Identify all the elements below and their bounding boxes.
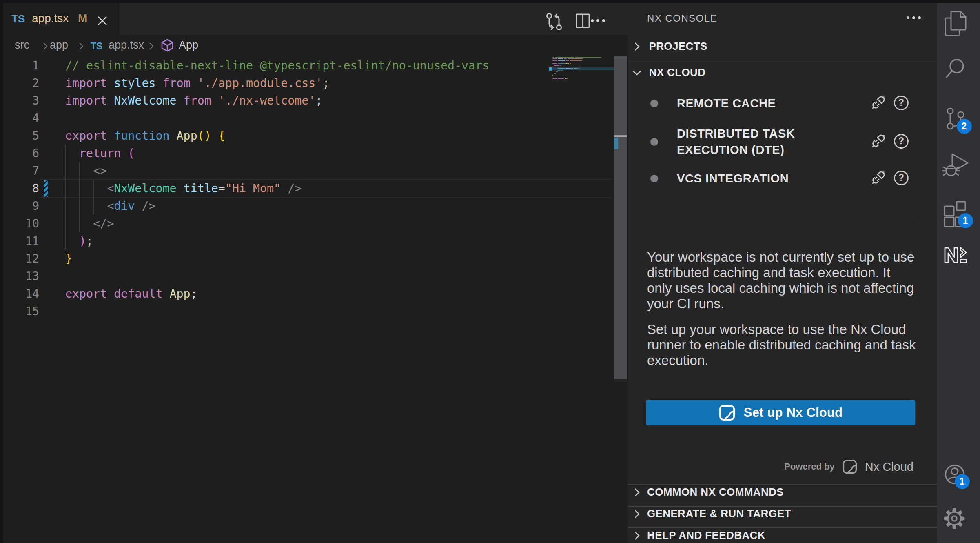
line-number: 10 <box>3 215 39 232</box>
tab-modified-badge: M <box>78 12 87 25</box>
code-token: title <box>177 182 218 195</box>
nx-console-activity-item[interactable] <box>943 246 968 271</box>
section-generate-run-target[interactable]: GENERATE & RUN TARGET <box>632 507 791 520</box>
line-number: 5 <box>3 127 39 145</box>
code-token: "Hi Mom" <box>225 182 281 195</box>
section-common-nx-commands[interactable]: COMMON NX COMMANDS <box>632 486 784 498</box>
section-label: PROJECTS <box>649 40 707 52</box>
code-token: './app.module.css' <box>197 76 323 90</box>
overview-ruler-modified-marker <box>614 138 618 149</box>
code-editor[interactable]: 1// eslint-disable-next-line @typescript… <box>3 56 628 543</box>
code-token: < <box>65 182 114 195</box>
code-token: = <box>218 182 225 195</box>
minimap-line-bar <box>555 57 574 58</box>
code-line-4: 4 <box>3 109 550 127</box>
question-icon[interactable]: ? <box>893 170 909 186</box>
open-changes-icon[interactable] <box>545 12 563 31</box>
code-line-14: 14export default App; <box>3 285 550 303</box>
code-token: /> <box>135 199 155 213</box>
minimap-line-bar <box>552 57 554 58</box>
breadcrumb-symbol[interactable]: App <box>179 39 198 51</box>
code-token <box>191 76 197 90</box>
code-text: <> <box>65 162 107 180</box>
code-token: App <box>163 287 191 300</box>
symbol-class-icon <box>160 38 175 53</box>
minimap-line-bar <box>575 57 601 58</box>
code-token: export <box>65 129 107 142</box>
svg-text:?: ? <box>898 97 904 108</box>
panel-more-actions-icon[interactable] <box>907 16 921 19</box>
question-icon[interactable]: ? <box>893 133 909 149</box>
line-number: 8 <box>3 180 39 197</box>
minimap-line-bar <box>566 60 569 61</box>
chevron-right-icon <box>147 42 156 51</box>
search-icon <box>943 56 968 80</box>
code-token: NxWelcome <box>107 94 176 107</box>
code-token: () <box>197 129 211 142</box>
code-token: ; <box>86 234 93 248</box>
breadcrumb-src[interactable]: src <box>15 39 29 51</box>
chevron-down-icon <box>632 67 642 78</box>
powered-by-brand: Nx Cloud <box>865 460 913 474</box>
code-token: from <box>155 76 190 90</box>
minimap-current-line-band <box>551 67 616 70</box>
minimap-line-bar <box>564 58 567 60</box>
feature-bullet <box>650 100 658 107</box>
section-nx-cloud[interactable]: NX CLOUD <box>632 66 705 79</box>
run-and-debug-activity-item[interactable] <box>941 151 969 179</box>
minimap-line-bar <box>552 78 557 79</box>
settings-gear-activity-item[interactable] <box>942 506 967 531</box>
line-number: 2 <box>3 74 39 92</box>
line-number: 14 <box>3 285 39 303</box>
minimap-line-bar <box>581 60 582 61</box>
section-projects[interactable]: PROJECTS <box>632 40 707 53</box>
minimap-line-bar <box>560 65 561 66</box>
vscode-window: TS app.tsx M src <box>0 0 980 543</box>
code-line-7: 7 <> <box>3 162 550 180</box>
close-icon[interactable] <box>97 16 108 26</box>
feature-bullet <box>650 138 658 146</box>
connect-icon[interactable] <box>869 131 888 150</box>
minimap-line-bar <box>552 60 557 61</box>
code-token: <> <box>65 164 107 178</box>
section-label: GENERATE & RUN TARGET <box>647 507 791 520</box>
chevron-right-icon <box>632 509 642 519</box>
question-icon[interactable]: ? <box>893 95 909 111</box>
overview-ruler-cursor-marker <box>614 135 627 137</box>
code-token <box>211 94 218 107</box>
files-activity-item[interactable] <box>943 11 968 36</box>
setup-nx-cloud-button[interactable]: Set up Nx Cloud <box>646 400 915 425</box>
code-line-12: 12} <box>3 250 550 267</box>
minimap-line-bar <box>568 58 582 60</box>
code-line-3: 3import NxWelcome from './nx-welcome'; <box>3 92 550 109</box>
connect-icon[interactable] <box>869 168 888 187</box>
more-actions-icon[interactable] <box>591 19 605 22</box>
search-activity-item[interactable] <box>943 56 968 80</box>
code-text: } <box>65 250 72 267</box>
minimap-line-bar <box>552 63 557 65</box>
line-number: 7 <box>3 162 39 180</box>
tab-app-tsx[interactable]: TS app.tsx M <box>3 3 119 35</box>
breadcrumb-file[interactable]: app.tsx <box>109 39 144 51</box>
section-help-and-feedback[interactable]: HELP AND FEEDBACK <box>632 529 765 542</box>
connect-icon[interactable] <box>869 93 888 112</box>
code-text: export default App; <box>65 285 197 303</box>
code-token: default <box>107 287 162 300</box>
nx-cloud-icon <box>842 459 858 474</box>
badge: 1 <box>955 474 970 489</box>
split-editor-icon[interactable] <box>576 13 590 28</box>
svg-text:?: ? <box>898 136 904 146</box>
code-token: ( <box>121 147 135 160</box>
breadcrumb-app[interactable]: app <box>50 39 68 51</box>
code-token: ; <box>191 287 197 300</box>
code-token: './nx-welcome' <box>218 94 316 107</box>
badge: 1 <box>958 213 973 228</box>
scrollbar-slider[interactable] <box>614 56 627 379</box>
code-token: { <box>211 129 225 142</box>
nx-console-icon <box>943 246 968 271</box>
code-token: export <box>65 287 107 300</box>
section-border <box>628 506 937 507</box>
settings-gear-icon <box>942 506 967 531</box>
code-text: ); <box>65 232 93 250</box>
chevron-right-icon <box>632 530 642 541</box>
